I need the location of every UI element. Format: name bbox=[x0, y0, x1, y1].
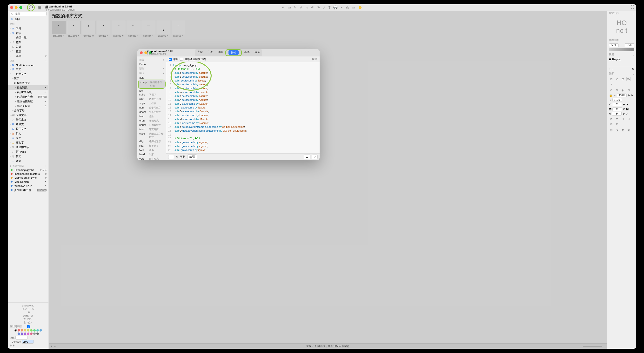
glyph-cell[interactable]: ˆuni0302 ✕ bbox=[97, 21, 110, 37]
filter-item[interactable]: Mac Roman✓ bbox=[8, 180, 48, 184]
feature-numr[interactable]: numr分子用數字 bbox=[138, 106, 166, 110]
feature-vert[interactable]: vert直排形式 bbox=[138, 157, 166, 160]
bool-row[interactable]: ◫◪◩▣ bbox=[607, 127, 636, 133]
category-item[interactable]: ▸9數字 bbox=[8, 31, 48, 36]
tab-字型[interactable]: 字型 bbox=[195, 49, 205, 56]
rect-tool-icon[interactable]: ▭ bbox=[288, 6, 291, 10]
glyph-cell[interactable]: ˳uni030D ✕ bbox=[157, 21, 170, 37]
search-input[interactable] bbox=[10, 12, 46, 16]
glyph-cell[interactable]: `gra...omb ✕ bbox=[52, 21, 66, 37]
close-icon[interactable] bbox=[10, 6, 13, 9]
curve-input-1[interactable] bbox=[609, 43, 619, 47]
spec-link[interactable]: 規格 bbox=[312, 57, 317, 61]
plus-icon[interactable]: + bbox=[50, 345, 52, 348]
feature-tnum[interactable]: tnum等寬齊高 bbox=[138, 127, 166, 132]
lang-item[interactable]: ▸ก泰文 bbox=[8, 136, 48, 140]
glyph-cell[interactable]: ˇuni030C ✕ bbox=[112, 21, 125, 37]
minus-icon[interactable]: − bbox=[54, 345, 56, 348]
image-tool-icon[interactable]: ▭ bbox=[352, 6, 355, 10]
lang-item[interactable]: ▾台灣文字 bbox=[8, 72, 48, 76]
sidebar-all[interactable]: ⊞全部 bbox=[8, 17, 48, 22]
lang-item[interactable]: ▸ع阿拉伯文 bbox=[8, 150, 48, 154]
text-tool-icon[interactable]: T bbox=[328, 6, 331, 10]
plus-icon[interactable]: + bbox=[609, 68, 610, 70]
hand-tool-icon[interactable]: ✋ bbox=[358, 6, 362, 10]
scale-tool-icon[interactable]: ⤢ bbox=[323, 6, 326, 10]
category-item[interactable]: ▸́標號 bbox=[8, 49, 48, 54]
prefix-item[interactable]: Prefix bbox=[138, 62, 166, 66]
plus-icon[interactable]: + bbox=[45, 165, 46, 167]
lang-item[interactable]: ▸ℵ希伯來文 bbox=[8, 117, 48, 122]
tab-主板[interactable]: 主板 bbox=[205, 49, 215, 56]
filter-item[interactable]: Windows 1252✓ bbox=[8, 184, 48, 188]
help-icon[interactable]: ? bbox=[312, 155, 318, 159]
lang-item[interactable]: ▸族語字母等✓ bbox=[8, 104, 48, 108]
lang-item[interactable]: ▸あ日文 bbox=[8, 131, 48, 136]
feature-sinf[interactable]: sinf數學用下標 bbox=[138, 97, 166, 101]
arrow-tool-icon[interactable]: ↖ bbox=[282, 6, 285, 10]
autogen-checkbox[interactable] bbox=[180, 58, 183, 61]
glyph-cell[interactable]: ¯uni0304 ✕ bbox=[142, 21, 155, 37]
lang-item[interactable]: ▸漢字 bbox=[8, 76, 48, 81]
lang-item[interactable]: ▾台客族語拼音 bbox=[8, 81, 48, 85]
category-item[interactable]: ▸•分隔符號 bbox=[8, 36, 48, 40]
lang-item[interactable]: ▸가韓文 bbox=[8, 154, 48, 159]
plus-icon[interactable]: + bbox=[163, 72, 164, 75]
lang-item[interactable]: ▸◡緬文字 bbox=[8, 140, 48, 145]
curve-slider[interactable] bbox=[609, 48, 634, 51]
plus-icon[interactable]: ⊕ bbox=[12, 344, 14, 347]
measure-tool-icon[interactable]: ◎ bbox=[346, 6, 349, 10]
font-info-button[interactable]: ⓘ bbox=[27, 4, 35, 11]
curve-tool-icon[interactable]: ∿ bbox=[305, 6, 308, 10]
glyph-cell[interactable]: ͘uni0358 ✕ bbox=[172, 21, 185, 37]
search-field[interactable] bbox=[10, 12, 46, 16]
align-row[interactable]: ⊏⊐⊓⊔⊡⊞ bbox=[607, 116, 636, 127]
tab-匯出[interactable]: 匯出 bbox=[215, 49, 225, 56]
glyph-cell[interactable]: ʼuni030B ✕ bbox=[82, 21, 96, 37]
feature-subs[interactable]: subs下標字 bbox=[138, 93, 166, 97]
remove-button[interactable]: − bbox=[168, 155, 174, 159]
plus-icon[interactable]: + bbox=[163, 67, 164, 70]
feature-locl[interactable]: locl bbox=[138, 89, 166, 93]
feature-code[interactable]: 1lookup ccmp_tl_poj {2 # 2th tone of TL,… bbox=[166, 62, 320, 153]
feature-frac[interactable]: frac分數 bbox=[138, 114, 166, 119]
category-item[interactable]: ▸A字母 bbox=[8, 26, 48, 31]
grid-icon[interactable]: ▦ bbox=[38, 6, 42, 10]
compile-button[interactable]: 編譯 bbox=[187, 154, 197, 159]
zoom-icon[interactable] bbox=[19, 6, 22, 9]
feature-liga[interactable]: liga標準連字 bbox=[138, 144, 166, 148]
lang-item[interactable]: ▸台語組合字母76/128 bbox=[8, 95, 48, 99]
export-checkbox[interactable] bbox=[23, 325, 35, 328]
enable-checkbox[interactable] bbox=[169, 58, 172, 61]
glyph-cell[interactable]: ˘uni0306 ✕ bbox=[127, 21, 140, 37]
lang-item[interactable]: ▸Я西里爾文字 bbox=[8, 145, 48, 150]
gear-icon[interactable]: ⚙ bbox=[632, 67, 634, 70]
filter-item[interactable]: Metrics out of sync0 bbox=[8, 176, 48, 180]
curve-input-2[interactable] bbox=[625, 43, 634, 47]
annotate-tool-icon[interactable]: 💬 bbox=[333, 6, 338, 10]
feature-dnom[interactable]: dnom分母用數字 bbox=[138, 110, 166, 114]
feature-aalt[interactable]: aalt bbox=[138, 76, 166, 80]
refresh-icon[interactable]: ↻ bbox=[176, 155, 178, 158]
transform-anchors[interactable]: ⊡⊕⊞Cx↗ bbox=[607, 76, 636, 87]
category-item[interactable]: ▸$符號 bbox=[8, 45, 48, 49]
tab-補充[interactable]: 補充 bbox=[252, 49, 262, 56]
feature-dlig[interactable]: dlig選擇性連字 bbox=[138, 139, 166, 144]
feature-pnum[interactable]: pnum比例寬數字 bbox=[138, 123, 166, 127]
traffic-lights[interactable] bbox=[10, 6, 22, 9]
undo-icon[interactable]: ↶ bbox=[311, 6, 314, 10]
feature-hwid[interactable]: hwid半形 bbox=[138, 152, 166, 157]
lang-item[interactable]: ▸NNorth American bbox=[8, 63, 48, 67]
glyph-cell[interactable]: ´acu...omb ✕ bbox=[67, 21, 80, 37]
unicode-input[interactable] bbox=[22, 340, 34, 343]
feature-case[interactable]: case搭配大寫字母形式 bbox=[138, 132, 166, 139]
minimize-icon[interactable] bbox=[15, 6, 18, 9]
pencil-tool-icon[interactable]: ✐ bbox=[300, 6, 302, 10]
category-item[interactable]: ▸其他2 bbox=[8, 54, 48, 58]
lock-icon[interactable]: 🔒 bbox=[609, 94, 612, 97]
redo-icon[interactable]: ↷ bbox=[317, 6, 320, 10]
category-item[interactable]: ▸⸚標點 bbox=[8, 40, 48, 45]
feature-sups[interactable]: sups上標字 bbox=[138, 101, 166, 106]
lang-item[interactable]: ▸客語佔格調號✓ bbox=[8, 99, 48, 104]
color-palette[interactable]: ✕ bbox=[10, 329, 46, 331]
